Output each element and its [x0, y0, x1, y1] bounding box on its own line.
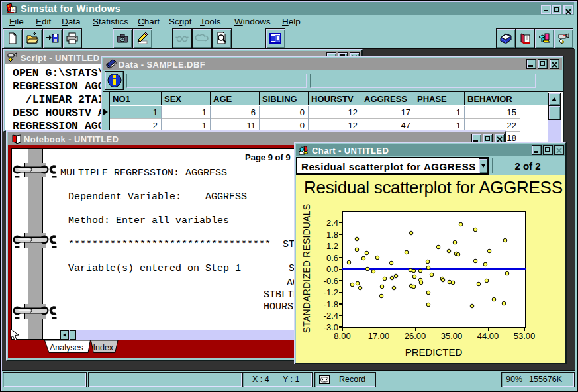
svg-text:Analyses: Analyses [50, 343, 83, 352]
svg-text:Index: Index [93, 343, 114, 352]
